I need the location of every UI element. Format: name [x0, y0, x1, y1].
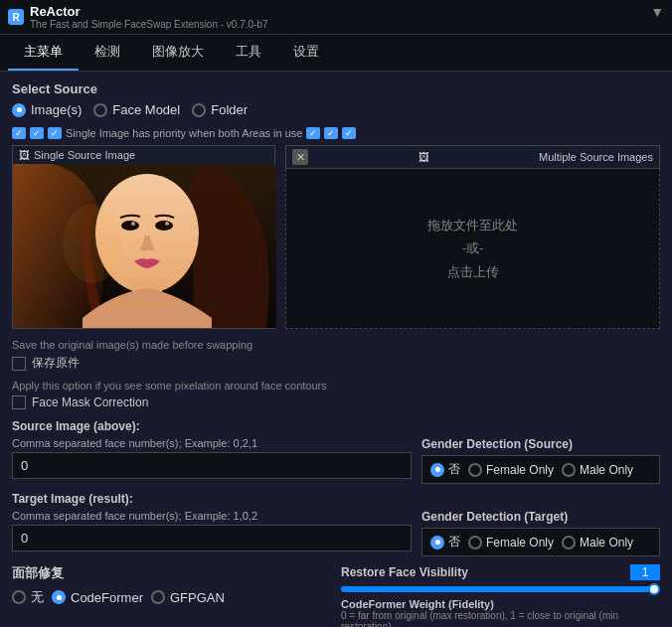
face-mask-note: Apply this option if you see some pixela… — [12, 380, 660, 392]
restore-label-row: Restore Face Visibility 1 — [341, 564, 660, 580]
face-fix-none-label: 无 — [31, 588, 44, 606]
restore-face-label: Restore Face Visibility — [341, 565, 468, 579]
source-face-model-option[interactable]: Face Model — [93, 102, 180, 117]
close-multiple-source-button[interactable]: ✕ — [292, 149, 308, 165]
source-face-number-input[interactable] — [12, 452, 412, 479]
restore-slider[interactable] — [341, 586, 660, 592]
gender-source-col: Gender Detection (Source) 否 Female Only … — [421, 437, 660, 484]
save-original-row[interactable]: 保存原件 — [12, 355, 660, 372]
single-source-image-container[interactable] — [13, 164, 276, 328]
gender-source-no-label: 否 — [448, 461, 460, 478]
face-fix-none-radio[interactable] — [12, 590, 26, 604]
source-type-group: Image(s) Face Model Folder — [12, 102, 660, 117]
face-fix-codeformer[interactable]: CodeFormer — [52, 590, 143, 605]
target-input-row: Comma separated face number(s); Example:… — [12, 510, 660, 556]
drop-area[interactable]: 拖放文件至此处 -或- 点击上传 — [285, 169, 660, 329]
face-fix-none[interactable]: 无 — [12, 588, 44, 606]
app-title: ReActor — [30, 4, 268, 19]
face-fix-col: 面部修复 无 CodeFormer GFPGAN — [12, 564, 331, 627]
multiple-source-icon: 🖼 — [419, 151, 429, 163]
image-areas: 🖼 Single Source Image — [12, 145, 660, 329]
source-sublabel: Comma separated face number(s); Example:… — [12, 437, 412, 449]
tab-detect[interactable]: 检测 — [79, 35, 136, 71]
face-fix-codeformer-label: CodeFormer — [71, 590, 143, 605]
multiple-source-header: ✕ 🖼 Multiple Source Images — [285, 145, 660, 169]
source-folder-option[interactable]: Folder — [192, 102, 248, 117]
save-note: Save the original image(s) made before s… — [12, 339, 660, 351]
main-content: Select Source Image(s) Face Model Folder… — [0, 72, 672, 627]
restore-face-value: 1 — [630, 564, 660, 580]
source-input-row: Comma separated face number(s); Example:… — [12, 437, 660, 484]
gender-source-radio-group: 否 Female Only Male Only — [421, 455, 660, 484]
source-image — [13, 164, 276, 328]
bottom-section: 面部修复 无 CodeFormer GFPGAN Restore Face — [12, 564, 660, 627]
gender-target-male-radio[interactable] — [562, 536, 576, 549]
restore-slider-thumb[interactable] — [648, 583, 660, 595]
gender-source-male-radio[interactable] — [562, 463, 576, 477]
save-original-checkbox[interactable] — [12, 357, 26, 371]
expand-icon[interactable]: ▼ — [650, 4, 664, 20]
app-icon: R — [8, 9, 24, 25]
source-images-label: Image(s) — [31, 102, 82, 117]
app-subtitle: The Fast and Simple FaceSwap Extension -… — [30, 19, 268, 30]
source-image-section-label: Source Image (above): — [12, 419, 660, 433]
face-fix-codeformer-radio[interactable] — [52, 590, 66, 604]
face-fix-gfpgan-label: GFPGAN — [170, 590, 225, 605]
nav-tabs: 主菜单 检测 图像放大 工具 设置 — [0, 35, 672, 72]
gender-source-male[interactable]: Male Only — [562, 463, 633, 477]
face-mask-checkbox[interactable] — [12, 395, 26, 409]
target-face-number-col: Comma separated face number(s); Example:… — [12, 510, 412, 551]
gender-target-no[interactable]: 否 — [430, 534, 460, 550]
face-fix-group: 无 CodeFormer GFPGAN — [12, 588, 331, 606]
gender-target-male-label: Male Only — [580, 536, 633, 549]
tab-upscale[interactable]: 图像放大 — [136, 35, 220, 71]
svg-point-6 — [165, 222, 169, 226]
flag-2: ✓ — [30, 127, 44, 139]
gender-target-male[interactable]: Male Only — [562, 536, 633, 549]
restore-col: Restore Face Visibility 1 CodeFormer Wei… — [341, 564, 660, 627]
face-fix-gfpgan-radio[interactable] — [151, 590, 165, 604]
gender-target-label: Gender Detection (Target) — [421, 510, 660, 524]
gender-source-male-label: Male Only — [580, 463, 633, 477]
flag-3: ✓ — [48, 127, 62, 139]
face-mask-row[interactable]: Face Mask Correction — [12, 395, 660, 409]
multiple-source-label: Multiple Source Images — [539, 151, 653, 163]
gender-target-no-label: 否 — [448, 534, 460, 550]
source-folder-label: Folder — [211, 102, 248, 117]
flag-5: ✓ — [324, 127, 338, 139]
gender-target-col: Gender Detection (Target) 否 Female Only … — [421, 510, 660, 556]
face-fix-label: 面部修复 — [12, 564, 331, 582]
select-source-label: Select Source — [12, 81, 660, 96]
face-fix-gfpgan[interactable]: GFPGAN — [151, 590, 225, 605]
source-images-radio[interactable] — [12, 103, 26, 117]
single-source-header: 🖼 Single Source Image — [13, 146, 274, 164]
gender-target-female[interactable]: Female Only — [468, 536, 554, 549]
multiple-source-area: ✕ 🖼 Multiple Source Images 拖放文件至此处 -或- 点… — [285, 145, 660, 329]
source-images-option[interactable]: Image(s) — [12, 102, 82, 117]
gender-source-female-label: Female Only — [486, 463, 554, 477]
gender-source-no[interactable]: 否 — [430, 461, 460, 478]
single-source-box: 🖼 Single Source Image — [12, 145, 275, 329]
gender-source-female[interactable]: Female Only — [468, 463, 554, 477]
gender-source-label: Gender Detection (Source) — [421, 437, 660, 451]
drop-text-1: 拖放文件至此处 — [427, 214, 518, 236]
codeformer-weight-label: CodeFormer Weight (Fidelity) — [341, 598, 660, 610]
target-image-section-label: Target Image (result): — [12, 492, 660, 506]
flag-4: ✓ — [306, 127, 320, 139]
gender-target-radio-group: 否 Female Only Male Only — [421, 528, 660, 556]
target-face-number-input[interactable] — [12, 525, 412, 551]
face-mask-label: Face Mask Correction — [32, 395, 148, 409]
gender-source-female-radio[interactable] — [468, 463, 482, 477]
gender-target-female-radio[interactable] — [468, 536, 482, 549]
codeformer-note: 0 = far from original (max restoration),… — [341, 610, 660, 627]
tab-main[interactable]: 主菜单 — [8, 35, 79, 71]
gender-source-no-radio[interactable] — [430, 463, 444, 477]
tab-settings[interactable]: 设置 — [277, 35, 335, 71]
gender-target-female-label: Female Only — [486, 536, 554, 549]
svg-point-3 — [121, 221, 139, 231]
gender-target-no-radio[interactable] — [430, 536, 444, 549]
source-face-model-radio[interactable] — [93, 103, 107, 117]
svg-point-4 — [155, 221, 173, 231]
source-folder-radio[interactable] — [192, 103, 206, 117]
tab-tools[interactable]: 工具 — [220, 35, 277, 71]
